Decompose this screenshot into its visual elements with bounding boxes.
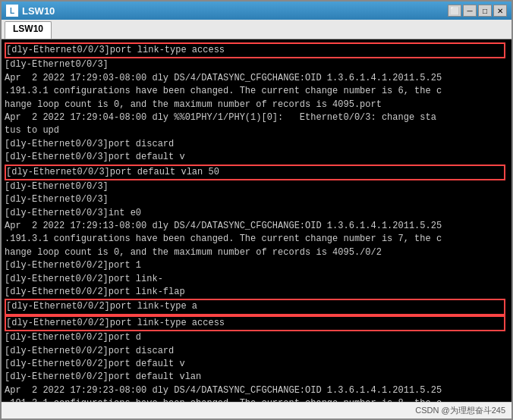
tab-lsw10[interactable]: LSW10 [5, 21, 52, 39]
terminal-line: [dly-Ethernet0/0/2]port d [5, 331, 508, 344]
terminal-line: tus to upd [5, 124, 508, 137]
restore-button[interactable]: ⬜ [448, 5, 461, 17]
maximize-button[interactable]: □ [478, 5, 492, 17]
title-bar-left: L LSW10 [6, 5, 55, 17]
terminal-line: .191.3.1 configurations have been change… [5, 233, 508, 246]
terminal-line: Apr 2 2022 17:29:04-08:00 dly %%01PHY/1/… [5, 111, 508, 124]
tab-label: LSW10 [13, 24, 43, 34]
terminal-line: [dly-Ethernet0/0/3] [5, 180, 508, 193]
app-icon: L [6, 5, 18, 17]
terminal-line: Apr 2 2022 17:29:03-08:00 dly DS/4/DATAS… [5, 72, 508, 85]
watermark-text: CSDN @为理想奋斗245 [415, 405, 505, 416]
terminal-line: [dly-Ethernet0/0/2]port link-type a [5, 299, 508, 315]
terminal-line: [dly-Ethernet0/0/2]port discard [5, 345, 508, 358]
terminal-line: [dly-Ethernet0/0/3]port discard [5, 138, 508, 151]
terminal-area[interactable]: [dly-Ethernet0/0/3]port link-type access… [2, 39, 511, 402]
title-bar-controls: ⬜ ─ □ ✕ [448, 5, 507, 17]
close-button[interactable]: ✕ [493, 5, 507, 17]
terminal-line: .191.3.1 configurations have been change… [5, 397, 508, 402]
terminal-line: Apr 2 2022 17:29:23-08:00 dly DS/4/DATAS… [5, 384, 508, 397]
minimize-button[interactable]: ─ [463, 5, 477, 17]
tab-bar: LSW10 [2, 20, 511, 39]
terminal-line: [dly-Ethernet0/0/3]port link-type access [5, 42, 508, 58]
main-window: L LSW10 ⬜ ─ □ ✕ LSW10 [dly-Ethernet0/0/3… [0, 0, 513, 420]
bottom-bar: CSDN @为理想奋斗245 [2, 402, 511, 418]
terminal-line: [dly-Ethernet0/0/3]int e0 [5, 207, 508, 220]
terminal-line: .191.3.1 configurations have been change… [5, 85, 508, 98]
terminal-line: [dly-Ethernet0/0/2]port link- [5, 273, 508, 286]
window-title: LSW10 [22, 5, 55, 17]
terminal-line: Apr 2 2022 17:29:13-08:00 dly DS/4/DATAS… [5, 220, 508, 233]
terminal-line: [dly-Ethernet0/0/3] [5, 58, 508, 71]
terminal-line: [dly-Ethernet0/0/3]port default vlan 50 [5, 165, 508, 180]
terminal-line: [dly-Ethernet0/0/2]port default v [5, 358, 508, 371]
terminal-line: hange loop count is 0, and the maximum n… [5, 246, 508, 259]
terminal-line: [dly-Ethernet0/0/3] [5, 193, 508, 206]
terminal-line: [dly-Ethernet0/0/2]port default vlan [5, 371, 508, 384]
title-bar: L LSW10 ⬜ ─ □ ✕ [2, 2, 511, 20]
terminal-line: [dly-Ethernet0/0/2]port 1 [5, 259, 508, 272]
terminal-line: [dly-Ethernet0/0/3]port default v [5, 151, 508, 164]
terminal-line: [dly-Ethernet0/0/2]port link-flap [5, 286, 508, 299]
terminal-line: hange loop count is 0, and the maximum n… [5, 99, 508, 111]
terminal-line: [dly-Ethernet0/0/2]port link-type access [5, 315, 508, 331]
